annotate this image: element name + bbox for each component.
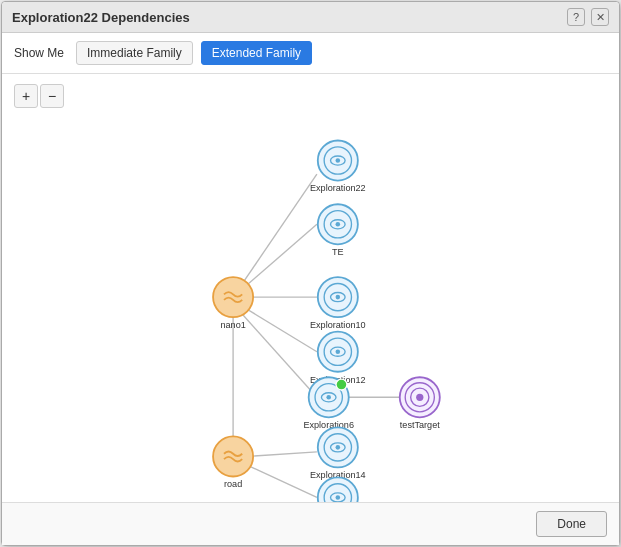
svg-line-8 bbox=[242, 463, 317, 498]
node-TE[interactable]: TE bbox=[318, 204, 358, 257]
zoom-controls: + − bbox=[14, 84, 64, 108]
svg-point-24 bbox=[336, 295, 341, 300]
title-bar-actions: ? ✕ bbox=[567, 8, 609, 26]
toolbar: Show Me Immediate Family Extended Family bbox=[2, 33, 619, 74]
node-exploration7[interactable]: Exploration7 bbox=[313, 477, 364, 502]
svg-text:testTarget: testTarget bbox=[400, 420, 440, 430]
svg-point-52 bbox=[336, 495, 341, 500]
show-me-label: Show Me bbox=[14, 46, 64, 60]
title-bar: Exploration22 Dependencies ? ✕ bbox=[2, 2, 619, 33]
graph-area: Exploration22 TE nan bbox=[2, 74, 619, 502]
node-exploration10[interactable]: Exploration10 bbox=[310, 277, 366, 330]
node-exploration22[interactable]: Exploration22 bbox=[310, 140, 366, 193]
close-button[interactable]: ✕ bbox=[591, 8, 609, 26]
svg-text:TE: TE bbox=[332, 247, 344, 257]
node-exploration6[interactable]: Exploration6 bbox=[303, 377, 354, 430]
graph-svg: Exploration22 TE nan bbox=[2, 74, 619, 502]
zoom-in-button[interactable]: + bbox=[14, 84, 38, 108]
help-button[interactable]: ? bbox=[567, 8, 585, 26]
svg-text:Exploration22: Exploration22 bbox=[310, 183, 366, 193]
svg-line-4 bbox=[238, 309, 317, 397]
svg-point-34 bbox=[326, 395, 331, 400]
node-exploration12[interactable]: Exploration12 bbox=[310, 332, 366, 385]
node-exploration14[interactable]: Exploration14 bbox=[310, 427, 366, 480]
dialog: Exploration22 Dependencies ? ✕ Show Me I… bbox=[1, 1, 620, 546]
node-road[interactable]: road bbox=[213, 436, 253, 489]
done-button[interactable]: Done bbox=[536, 511, 607, 537]
svg-text:road: road bbox=[224, 479, 242, 489]
svg-point-40 bbox=[416, 394, 423, 401]
svg-point-29 bbox=[336, 349, 341, 354]
svg-text:nano1: nano1 bbox=[220, 320, 245, 330]
svg-point-19 bbox=[213, 277, 253, 317]
node-test-target[interactable]: testTarget bbox=[400, 377, 440, 430]
node-nano1[interactable]: nano1 bbox=[213, 277, 253, 330]
content-area: + − bbox=[2, 74, 619, 502]
svg-point-42 bbox=[213, 436, 253, 476]
svg-point-17 bbox=[336, 222, 341, 227]
svg-line-7 bbox=[247, 452, 317, 457]
svg-text:Exploration10: Exploration10 bbox=[310, 320, 366, 330]
tab-immediate-family[interactable]: Immediate Family bbox=[76, 41, 193, 65]
footer: Done bbox=[2, 502, 619, 545]
svg-point-35 bbox=[336, 379, 347, 390]
svg-point-12 bbox=[336, 158, 341, 163]
svg-line-3 bbox=[238, 303, 317, 351]
tab-extended-family[interactable]: Extended Family bbox=[201, 41, 312, 65]
zoom-out-button[interactable]: − bbox=[40, 84, 64, 108]
svg-point-47 bbox=[336, 445, 341, 450]
dialog-title: Exploration22 Dependencies bbox=[12, 10, 190, 25]
